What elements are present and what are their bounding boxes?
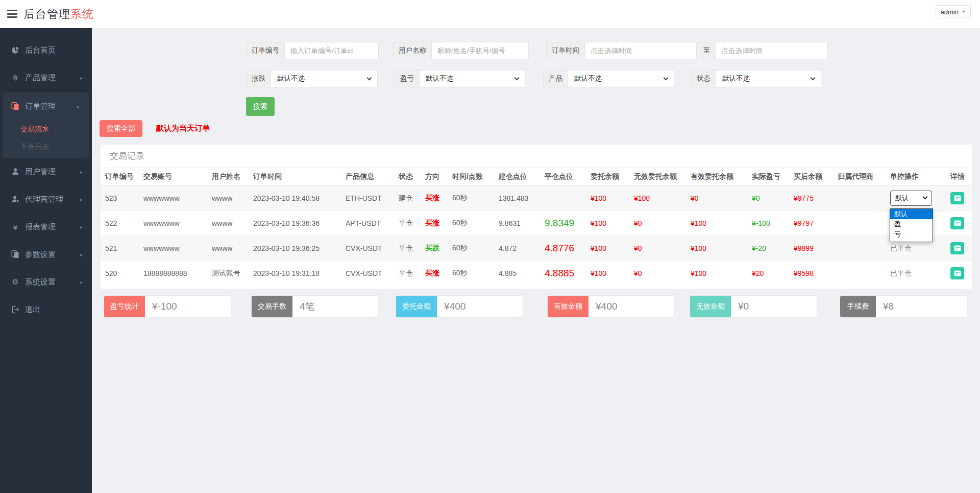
cell-direction: 买涨	[421, 261, 448, 286]
cell-time: 2023-03-10 19:36:36	[249, 210, 341, 236]
filter-label: 用户名称	[393, 42, 432, 59]
cell-balance: ¥9775	[789, 185, 833, 210]
sidebar-item-system[interactable]: ⚙ 系统设置 ▸	[0, 268, 92, 296]
filter-label: 产品	[543, 70, 568, 87]
status-select[interactable]: 默认不选	[716, 70, 821, 87]
cell-agent	[833, 261, 886, 286]
time-to-input[interactable]	[716, 42, 828, 59]
time-from-input[interactable]	[585, 42, 697, 59]
detail-button[interactable]	[950, 267, 964, 279]
cell-period: 60秒	[448, 236, 494, 261]
cell-valid-entrust: ¥0	[686, 185, 747, 210]
cell-control: 默认 默认 盈 亏	[886, 185, 946, 210]
product-select[interactable]: 默认不选	[568, 70, 674, 87]
cell-time: 2023-03-10 19:40:58	[249, 185, 341, 210]
sidebar-item-agents[interactable]: 代理商管理 ▸	[0, 185, 92, 213]
chevron-down-icon	[962, 11, 966, 13]
cell-username: wwww	[207, 236, 249, 261]
filter-label: 订单时间	[546, 42, 585, 59]
chevron-down-icon	[664, 75, 669, 80]
sidebar-subitem-close-log[interactable]: 平仓日志	[3, 138, 89, 156]
sidebar-item-products[interactable]: ฿ 产品管理 ▸	[0, 64, 92, 91]
table-row: 522 wwwwwww wwww 2023-03-10 19:36:36 APT…	[101, 210, 972, 236]
hamburger-menu-icon[interactable]	[7, 10, 18, 18]
cell-profit: ¥0	[747, 185, 789, 210]
cell-period: 60秒	[448, 261, 494, 286]
col-header: 单控操作	[886, 168, 946, 185]
cell-open-point: 4.885	[494, 261, 540, 286]
stat-label: 有效金额	[548, 296, 589, 317]
user-name-input[interactable]	[432, 42, 529, 59]
stat-label: 无效金额	[690, 296, 731, 317]
sidebar-item-reports[interactable]: ¥ 报表管理 ▸	[0, 213, 92, 241]
chevron-right-icon: ▸	[80, 197, 83, 202]
control-dropdown: 默认 默认 盈 亏	[890, 191, 932, 206]
profit-loss-select[interactable]: 默认不选	[420, 70, 525, 87]
sidebar-item-home[interactable]: 后台首页	[0, 36, 92, 64]
chevron-right-icon: ▸	[80, 169, 83, 175]
filter-order-time: 订单时间	[546, 42, 697, 59]
summary-stats: 盈亏统计 ¥-100 交易手数 4笔 委托金额 ¥400 有效金额 ¥400 无…	[104, 295, 967, 318]
cell-agent	[833, 210, 886, 236]
cell-open-point: 1381.483	[494, 185, 540, 210]
filter-label: 盈亏	[395, 70, 420, 87]
chevron-down-icon	[367, 75, 372, 80]
stat-trade-count: 交易手数 4笔	[251, 295, 379, 318]
search-button[interactable]: 搜索	[246, 97, 275, 116]
cell-username: wwww	[207, 210, 249, 236]
filter-label: 状态	[691, 70, 716, 87]
dropdown-option-win[interactable]: 盈	[890, 219, 933, 229]
chevron-down-icon	[923, 195, 928, 200]
control-select[interactable]: 默认	[890, 191, 932, 206]
sidebar-item-logout[interactable]: 退出	[0, 296, 92, 323]
sidebar: 后台首页 ฿ 产品管理 ▸ 订单管理 ▸ 交易流水 平仓日志 用户管理 ▸ 代理…	[0, 28, 92, 493]
main-content: 订单编号 用户名称 订单时间 至 涨跌 默认不选 盈亏 默认不选	[92, 28, 980, 493]
filter-product: 产品 默认不选	[543, 70, 674, 87]
table-row: 520 18888888888 测试账号 2023-03-10 19:31:18…	[101, 261, 972, 286]
col-header: 有效委托余额	[686, 168, 747, 185]
stat-fee: 手续费 ¥8	[840, 295, 967, 318]
filter-profit-loss: 盈亏 默认不选	[395, 70, 525, 87]
orders-icon	[10, 102, 20, 110]
dropdown-option-default[interactable]: 默认	[890, 209, 933, 219]
detail-button[interactable]	[950, 242, 964, 254]
sidebar-item-orders[interactable]: 订单管理 ▸	[3, 92, 89, 120]
chevron-right-icon: ▸	[77, 104, 80, 109]
filter-label: 订单编号	[246, 42, 285, 59]
cell-status: 建仓	[394, 185, 421, 210]
rise-fall-select[interactable]: 默认不选	[271, 70, 378, 87]
dashboard-icon	[10, 46, 20, 54]
detail-button[interactable]	[950, 192, 964, 204]
order-no-input[interactable]	[285, 42, 379, 59]
stat-entrust-amount: 委托金额 ¥400	[396, 295, 523, 318]
cell-username: 测试账号	[207, 261, 249, 286]
col-header: 买后余额	[789, 168, 833, 185]
cell-period: 60秒	[448, 210, 494, 236]
cell-entrust: ¥100	[586, 185, 629, 210]
cell-valid-entrust: ¥100	[686, 210, 747, 236]
list-icon	[954, 220, 961, 226]
stat-label: 手续费	[840, 296, 876, 317]
table-row: 523 wwwwwww wwww 2023-03-10 19:40:58 ETH…	[101, 185, 972, 210]
dropdown-option-lose[interactable]: 亏	[890, 229, 933, 240]
sidebar-item-users[interactable]: 用户管理 ▸	[0, 158, 92, 185]
cell-account: wwwwwww	[139, 185, 207, 210]
search-all-button[interactable]: 搜索全部	[100, 120, 142, 137]
col-header: 订单时间	[249, 168, 341, 185]
sidebar-item-label: 参数设置	[25, 250, 56, 260]
top-header: 后台管理系统 admin	[0, 0, 980, 28]
chevron-right-icon: ▸	[80, 224, 83, 230]
col-header: 状态	[394, 168, 421, 185]
user-menu[interactable]: admin	[936, 5, 971, 18]
cell-close-point	[540, 185, 586, 210]
sidebar-item-params[interactable]: 参数设置 ▸	[0, 241, 92, 268]
sidebar-subitem-trade-flow[interactable]: 交易流水	[3, 120, 89, 138]
app-title-primary: 后台管理	[23, 8, 70, 20]
cell-valid-entrust: ¥100	[686, 236, 747, 261]
filter-rise-fall: 涨跌 默认不选	[246, 70, 378, 87]
search-all-row: 搜索全部 默认为当天订单	[100, 120, 210, 137]
cell-product: ETH-USDT	[341, 185, 394, 210]
stat-value: ¥0	[731, 296, 817, 317]
detail-button[interactable]	[950, 217, 964, 229]
stat-label: 盈亏统计	[104, 296, 145, 317]
